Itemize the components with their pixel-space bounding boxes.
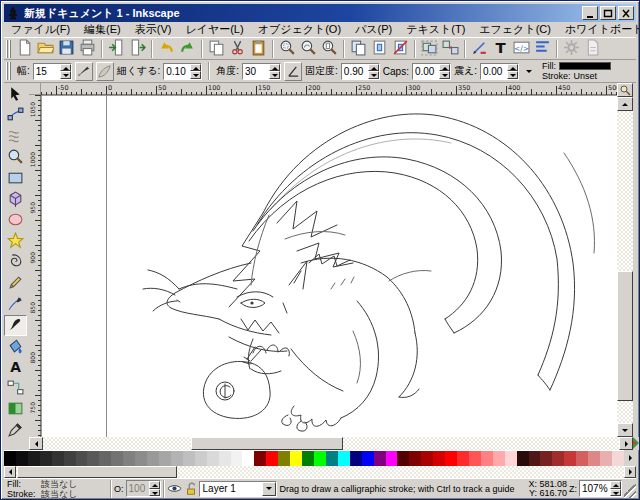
- copy-button[interactable]: [206, 38, 227, 59]
- palette-swatch[interactable]: [326, 451, 338, 467]
- tremor-spinner[interactable]: [480, 63, 519, 80]
- menu-パス[interactable]: パス(P): [348, 22, 399, 37]
- layer-selector[interactable]: Layer 1: [199, 481, 277, 497]
- palette-swatch[interactable]: [219, 451, 231, 467]
- zoom-spin-down-button[interactable]: [610, 489, 621, 497]
- palette-swatch[interactable]: [469, 451, 481, 467]
- palette-swatch[interactable]: [350, 451, 362, 467]
- palette-swatch[interactable]: [493, 451, 505, 467]
- opacity-spin-up-button[interactable]: [149, 481, 160, 489]
- thinning-spinner[interactable]: [163, 63, 202, 80]
- import-document-button[interactable]: [106, 38, 127, 59]
- maximize-button[interactable]: [600, 6, 616, 20]
- minimize-button[interactable]: [582, 6, 598, 20]
- palette-swatch[interactable]: [242, 451, 254, 467]
- palette-swatch[interactable]: [135, 451, 147, 467]
- gradient-tool-button[interactable]: [4, 399, 27, 420]
- scroll-right-button[interactable]: [619, 437, 633, 450]
- undo-button[interactable]: [156, 38, 177, 59]
- menu-レイヤー[interactable]: レイヤー(L): [178, 22, 250, 37]
- inkscape-preferences-button[interactable]: [561, 38, 582, 59]
- connector-tool-button[interactable]: [4, 378, 27, 399]
- layer-dropdown-button[interactable]: [262, 482, 276, 496]
- ellipse-tool-button[interactable]: [4, 210, 27, 231]
- scroll-down-button[interactable]: [617, 423, 633, 437]
- horizontal-scrollbar[interactable]: [29, 437, 633, 450]
- palette-swatch[interactable]: [314, 451, 326, 467]
- tilt-toggle-button[interactable]: [284, 62, 302, 81]
- pressure-toggle-button[interactable]: [75, 62, 93, 81]
- palette-swatch[interactable]: [564, 451, 576, 467]
- palette-swatch[interactable]: [52, 451, 64, 467]
- tweak-tool-button[interactable]: [4, 126, 27, 147]
- scroll-up-button[interactable]: [617, 97, 633, 111]
- spiral-tool-button[interactable]: [4, 252, 27, 273]
- layer-lock-toggle[interactable]: [183, 481, 199, 497]
- style-status-block[interactable]: Fill:該当なし Stroke:該当なし: [4, 479, 108, 499]
- document-properties-button[interactable]: [582, 38, 603, 59]
- palette-swatch[interactable]: [16, 451, 28, 467]
- palette-overflow-button[interactable]: [624, 450, 636, 466]
- create-clone-button[interactable]: [369, 38, 390, 59]
- palette-swatch[interactable]: [99, 451, 111, 467]
- rectangle-tool-button[interactable]: [4, 168, 27, 189]
- title-bar[interactable]: 新規ドキュメント 1 - Inkscape: [4, 4, 636, 22]
- opacity-spin-down-button[interactable]: [149, 489, 160, 497]
- vertical-scrollbar[interactable]: [617, 97, 633, 437]
- palette-scroll-left-button[interactable]: [4, 466, 16, 478]
- canvas[interactable]: [41, 95, 617, 437]
- tremor-spin-up-button[interactable]: [507, 64, 518, 72]
- tremor-input[interactable]: [481, 64, 507, 79]
- fixation-spinner[interactable]: [341, 63, 380, 80]
- palette-swatch[interactable]: [111, 451, 123, 467]
- menu-テキスト[interactable]: テキスト(T): [399, 22, 472, 37]
- zoom-spinner[interactable]: [579, 480, 622, 497]
- palette-swatch[interactable]: [278, 451, 290, 467]
- menu-オブジェクト[interactable]: オブジェクト(O): [251, 22, 348, 37]
- xml-editor-button[interactable]: </>: [511, 38, 532, 59]
- thinning-spin-down-button[interactable]: [190, 71, 201, 79]
- palette-swatch[interactable]: [40, 451, 52, 467]
- palette-swatch[interactable]: [421, 451, 433, 467]
- fill-color-swatch[interactable]: [559, 62, 611, 70]
- pencil-tool-button[interactable]: [4, 273, 27, 294]
- thinning-spin-up-button[interactable]: [190, 64, 201, 72]
- palette-scroll-right-button[interactable]: [624, 466, 636, 478]
- palette-swatch[interactable]: [517, 451, 529, 467]
- align-dialog-button[interactable]: [532, 38, 553, 59]
- duplicate-button[interactable]: [348, 38, 369, 59]
- palette-swatch[interactable]: [290, 451, 302, 467]
- close-button[interactable]: [618, 6, 634, 20]
- palette-swatch[interactable]: [147, 451, 159, 467]
- palette-swatch[interactable]: [123, 451, 135, 467]
- width-spinner[interactable]: [33, 63, 72, 80]
- caps-spinner[interactable]: [412, 63, 451, 80]
- palette-swatch[interactable]: [266, 451, 278, 467]
- palette-swatch[interactable]: [207, 451, 219, 467]
- selector-tool-button[interactable]: [4, 84, 27, 105]
- palette-swatch[interactable]: [540, 451, 552, 467]
- palette-swatch[interactable]: [183, 451, 195, 467]
- palette-swatch[interactable]: [374, 451, 386, 467]
- redo-button[interactable]: [177, 38, 198, 59]
- new-document-button[interactable]: [14, 38, 35, 59]
- save-document-button[interactable]: [56, 38, 77, 59]
- caps-spin-up-button[interactable]: [439, 64, 450, 72]
- paintbucket-tool-button[interactable]: [4, 336, 27, 357]
- menu-ファイル[interactable]: ファイル(F): [4, 22, 77, 37]
- angle-spin-down-button[interactable]: [269, 71, 280, 79]
- scroll-left-button[interactable]: [29, 437, 43, 450]
- angle-spinner[interactable]: [242, 63, 281, 80]
- zoom-spin-up-button[interactable]: [610, 481, 621, 489]
- fixation-spin-up-button[interactable]: [368, 64, 379, 72]
- horizontal-scrollbar-track[interactable]: [43, 437, 619, 450]
- caps-spin-down-button[interactable]: [439, 71, 450, 79]
- zoom-selection-button[interactable]: [277, 38, 298, 59]
- opacity-input[interactable]: [127, 481, 149, 496]
- angle-input[interactable]: [243, 64, 269, 79]
- palette-swatch[interactable]: [231, 451, 243, 467]
- palette-swatch[interactable]: [433, 451, 445, 467]
- palette-swatch[interactable]: [457, 451, 469, 467]
- width-input[interactable]: [34, 64, 60, 79]
- horizontal-ruler[interactable]: -50050100150200250300350400450500: [41, 83, 617, 95]
